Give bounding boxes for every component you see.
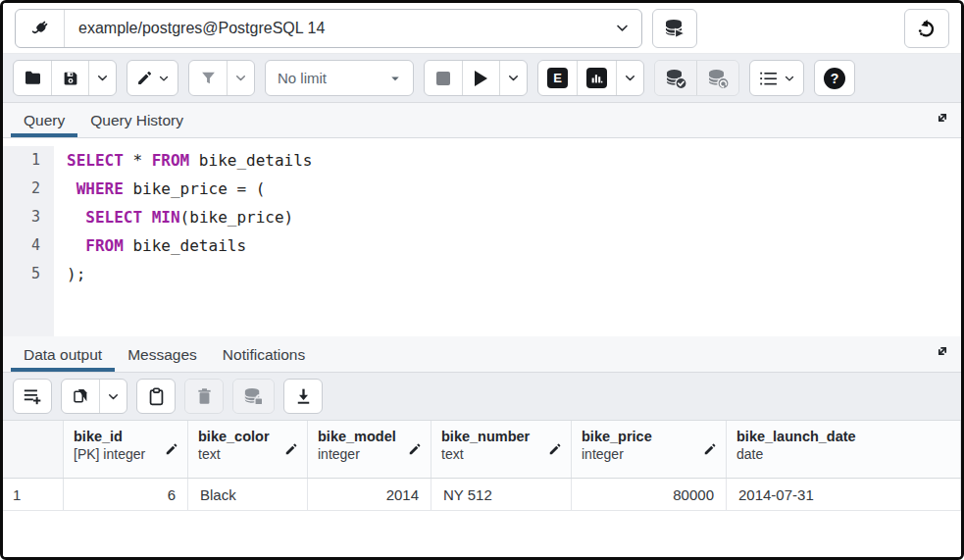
open-file-button[interactable] xyxy=(14,61,51,95)
save-data-group xyxy=(232,379,275,414)
add-row-group xyxy=(13,379,52,414)
output-tabbar: Data outputMessagesNotifications xyxy=(3,336,961,373)
execute-button[interactable] xyxy=(462,61,499,95)
tab-query[interactable]: Query xyxy=(11,103,77,137)
refresh-button[interactable] xyxy=(904,9,949,48)
new-connection-button[interactable] xyxy=(652,9,697,48)
commit-icon xyxy=(664,67,687,90)
chevron-down-icon xyxy=(97,73,108,83)
explain-button-group: E xyxy=(537,60,644,96)
edit-column-icon xyxy=(284,442,298,456)
column-header-bike_id[interactable]: bike_id[PK] integer xyxy=(64,421,188,478)
code-line[interactable]: ); xyxy=(54,260,85,288)
explain-options-chevron-button[interactable] xyxy=(616,61,643,95)
transaction-button-group xyxy=(654,60,739,96)
explain-icon: E xyxy=(547,68,568,88)
column-header-bike_price[interactable]: bike_priceinteger xyxy=(572,421,727,478)
chevron-down-icon xyxy=(159,74,169,83)
cell-bike_launch_date[interactable]: 2014-07-31 xyxy=(727,479,961,510)
code-line[interactable]: WHERE bike_price = ( xyxy=(54,175,265,203)
help-button-group: ? xyxy=(814,60,855,96)
macros-icon xyxy=(759,70,779,87)
code-line[interactable]: SELECT * FROM bike_details xyxy=(54,146,312,175)
line-number: 3 xyxy=(3,203,54,231)
explain-analyze-icon xyxy=(586,68,607,88)
query-tabbar: QueryQuery History xyxy=(3,103,961,138)
dropdown-chevron-icon xyxy=(602,22,641,34)
line-number: 4 xyxy=(3,231,54,260)
filter-button[interactable] xyxy=(189,61,227,95)
expand-query-panel-button[interactable] xyxy=(934,109,951,127)
cell-bike_price[interactable]: 80000 xyxy=(572,479,727,510)
save-data-icon xyxy=(242,385,265,408)
cell-bike_model[interactable]: 2014 xyxy=(308,479,431,510)
explain-analyze-button[interactable] xyxy=(577,61,616,95)
tab-data-output[interactable]: Data output xyxy=(11,337,115,372)
filter-options-chevron-button[interactable] xyxy=(227,61,254,95)
connection-label: example/postgres@PostgreSQL 14 xyxy=(65,20,602,37)
copy-group xyxy=(61,379,127,414)
macro-button-group xyxy=(749,60,804,96)
chevron-down-icon xyxy=(108,391,119,402)
column-header-bike_color[interactable]: bike_colortext xyxy=(188,421,308,478)
edit-button[interactable] xyxy=(127,61,178,95)
execute-icon xyxy=(475,71,487,86)
cell-bike_number[interactable]: NY 512 xyxy=(431,479,572,510)
column-header-bike_model[interactable]: bike_modelinteger xyxy=(308,421,431,478)
execute-options-chevron-button[interactable] xyxy=(499,61,527,95)
sql-code-lines: 1SELECT * FROM bike_details2 WHERE bike_… xyxy=(3,146,961,288)
grid-body: 16Black2014NY 512800002014-07-31 xyxy=(3,479,961,511)
explain-button[interactable]: E xyxy=(538,61,577,95)
paste-icon xyxy=(148,387,165,406)
column-header-bike_number[interactable]: bike_numbertext xyxy=(431,421,572,478)
expand-panel-icon xyxy=(934,109,951,127)
save-options-chevron-button[interactable] xyxy=(88,61,116,95)
row-number-cell[interactable]: 1 xyxy=(3,479,64,510)
code-line[interactable]: SELECT MIN(bike_price) xyxy=(54,203,293,231)
expand-output-panel-button[interactable] xyxy=(934,342,951,360)
code-line[interactable]: FROM bike_details xyxy=(54,231,246,260)
connection-plug-icon xyxy=(16,10,65,47)
commit-button[interactable] xyxy=(655,61,696,95)
grid-empty-area xyxy=(3,511,961,557)
tab-notifications[interactable]: Notifications xyxy=(210,337,318,372)
copy-options-chevron-button[interactable] xyxy=(99,380,127,413)
edit-button-group xyxy=(127,60,178,96)
paste-group xyxy=(136,379,176,414)
tab-query-history[interactable]: Query History xyxy=(77,103,196,137)
chevron-down-icon xyxy=(508,73,519,83)
cell-bike_color[interactable]: Black xyxy=(188,479,308,510)
download-button[interactable] xyxy=(284,380,322,413)
connection-select[interactable]: example/postgres@PostgreSQL 14 xyxy=(15,9,642,48)
macros-button[interactable] xyxy=(750,61,803,95)
save-file-icon xyxy=(62,70,79,87)
edit-column-icon xyxy=(703,442,717,456)
save-data-button[interactable] xyxy=(233,380,274,413)
sql-editor[interactable]: 1SELECT * FROM bike_details2 WHERE bike_… xyxy=(3,138,961,336)
tab-messages[interactable]: Messages xyxy=(115,337,210,372)
column-header-bike_launch_date[interactable]: bike_launch_datedate xyxy=(727,421,961,478)
delete-row-icon xyxy=(196,387,213,405)
table-row: 16Black2014NY 512800002014-07-31 xyxy=(3,479,961,511)
copy-button[interactable] xyxy=(62,380,99,413)
add-row-button[interactable] xyxy=(14,380,51,413)
filter-icon xyxy=(200,70,217,86)
stop-button[interactable] xyxy=(425,61,462,95)
row-limit-select[interactable]: No limit xyxy=(266,61,413,95)
edit-column-icon xyxy=(408,442,422,456)
rollback-button[interactable] xyxy=(696,61,738,95)
rollback-icon xyxy=(706,67,730,90)
edit-icon xyxy=(136,70,153,86)
file-button-group xyxy=(13,60,117,96)
help-button[interactable]: ? xyxy=(815,61,854,95)
save-file-button[interactable] xyxy=(51,61,88,95)
add-row-icon xyxy=(23,387,42,405)
refresh-icon xyxy=(916,18,938,39)
connection-bar: example/postgres@PostgreSQL 14 xyxy=(3,3,961,54)
delete-row-group xyxy=(184,379,224,414)
delete-row-button[interactable] xyxy=(185,380,223,413)
stop-icon xyxy=(436,72,450,85)
paste-button[interactable] xyxy=(137,380,175,413)
grid-corner-cell[interactable] xyxy=(3,421,64,478)
cell-bike_id[interactable]: 6 xyxy=(64,479,188,510)
